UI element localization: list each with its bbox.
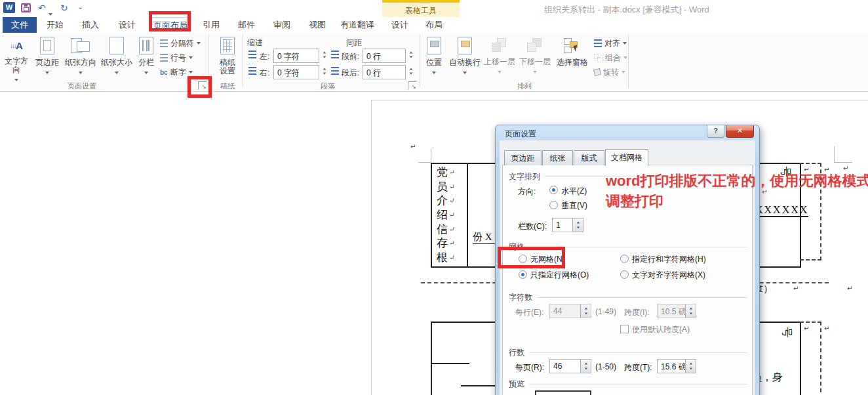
- breaks-button[interactable]: 分隔符: [160, 37, 201, 50]
- ribbon: ↓↓↓ A 文字方向 页边距 纸张方向 纸张大小 分栏 分隔符 行号: [0, 33, 868, 92]
- tab-insert[interactable]: 插入: [75, 17, 106, 33]
- indent-left-icon: [248, 51, 256, 58]
- line-pitch-spinbox[interactable]: 15.6 磅: [657, 359, 696, 373]
- radio-horizontal-label[interactable]: 水平(Z): [561, 186, 587, 197]
- dialog-title: 页面设置: [505, 129, 536, 140]
- spacing-after-input[interactable]: 0 行: [363, 65, 406, 79]
- align-button[interactable]: 对齐: [594, 37, 627, 50]
- tab-table-design[interactable]: 设计: [385, 17, 414, 33]
- indent-left-input[interactable]: 0 字符: [273, 49, 319, 63]
- text-direction-button[interactable]: ↓↓↓ A 文字方向: [1, 35, 31, 83]
- paper-size-button[interactable]: 纸张大小: [100, 35, 134, 76]
- redo-icon[interactable]: ↻: [60, 3, 68, 13]
- lines-range-label: (1-50): [595, 362, 616, 371]
- orientation-button[interactable]: 纸张方向: [63, 35, 98, 76]
- tab-page-layout[interactable]: 页面布局: [151, 17, 189, 33]
- qat-customize-icon[interactable]: ⌄: [77, 3, 83, 11]
- radio-no-grid-label[interactable]: 无网格(N): [530, 254, 565, 265]
- margin-mark: [431, 148, 431, 163]
- genko-settings-button[interactable]: 稿纸 设置: [214, 35, 241, 75]
- tab-review[interactable]: 审阅: [266, 17, 298, 33]
- spacing-before-input[interactable]: 0 行: [363, 49, 406, 63]
- word-window: ↵ ↵ 党↵ 员↵ 介↵ 绍↵ 信↵ 存↵ 根↵ 份 X 号 ↵ XXXXXX …: [0, 0, 868, 395]
- position-button[interactable]: 位置: [421, 35, 447, 76]
- wrap-text-button[interactable]: 自动换行: [448, 35, 481, 76]
- dialog-tab-margins[interactable]: 页边距: [504, 150, 542, 165]
- spacing-before-icon: [331, 51, 339, 58]
- radio-vertical[interactable]: [549, 201, 558, 209]
- hyphenation-button[interactable]: bc 断字: [160, 66, 193, 79]
- group-label-genko: 稿纸: [214, 81, 241, 91]
- line-pitch-label: 跨度(T):: [624, 362, 652, 373]
- radio-line-grid-only[interactable]: [519, 270, 527, 279]
- use-default-pitch-label[interactable]: 使用默认跨度(A): [632, 324, 690, 335]
- word-app-icon[interactable]: W: [3, 2, 15, 13]
- paragraph-mark: ↵: [847, 285, 852, 292]
- wrap-text-icon: [458, 37, 472, 54]
- group-label-page-setup: 页面设置: [46, 81, 118, 91]
- undo-icon[interactable]: ↶: [38, 3, 46, 13]
- group-button: 组合: [594, 51, 627, 64]
- send-backward-icon: [527, 38, 543, 54]
- annotation-text-line2: 调整打印: [606, 192, 663, 211]
- direction-label: 方向:: [518, 186, 536, 198]
- spacing-after-spinner[interactable]: [408, 68, 414, 75]
- dialog-tab-layout[interactable]: 版式: [574, 150, 604, 165]
- blank-line: [431, 363, 469, 364]
- spacing-before-spinner[interactable]: [408, 51, 414, 58]
- dialog-close-button[interactable]: ✕: [726, 125, 754, 138]
- radio-no-grid[interactable]: [519, 255, 527, 263]
- paragraph-mark: ↵: [793, 285, 799, 292]
- line-numbers-button[interactable]: 行号: [160, 51, 193, 64]
- margins-icon: [40, 37, 54, 54]
- tab-references[interactable]: 引用: [195, 17, 227, 33]
- radio-line-char-grid-label[interactable]: 指定行和字符网格(H): [632, 254, 706, 265]
- use-default-pitch-checkbox[interactable]: [620, 325, 629, 333]
- radio-line-grid-only-label[interactable]: 只指定行网格(O): [530, 270, 589, 281]
- tab-youdao-translate[interactable]: 有道翻译: [336, 17, 379, 33]
- columns-count-label: 栏数(C):: [518, 221, 547, 232]
- tab-file[interactable]: 文件: [3, 17, 37, 33]
- paragraph-dialog-launcher[interactable]: ↘: [408, 81, 416, 90]
- tab-mailings[interactable]: 邮件: [231, 17, 262, 33]
- breaks-icon: [160, 39, 168, 47]
- indent-right-spinner[interactable]: [321, 68, 328, 75]
- radio-horizontal[interactable]: [549, 186, 558, 194]
- dialog-help-button[interactable]: ?: [707, 125, 724, 138]
- radio-line-char-grid[interactable]: [620, 255, 629, 263]
- group-label-arrange: 排列: [505, 81, 544, 91]
- stub-title-vertical: 党↵ 员↵ 介↵ 绍↵ 信↵ 存↵ 根↵: [437, 165, 454, 264]
- tab-view[interactable]: 视图: [302, 17, 333, 33]
- page-setup-dialog-launcher[interactable]: ↘: [198, 81, 207, 90]
- indent-right-input[interactable]: 0 字符: [273, 65, 319, 79]
- columns-button[interactable]: 分栏: [134, 35, 159, 76]
- dialog-tab-document-grid[interactable]: 文档网格: [605, 149, 648, 166]
- char-pitch-spinbox: 10.5 磅: [657, 304, 696, 318]
- genko-settings-icon: [220, 37, 235, 54]
- chars-per-line-spinbox: 44: [549, 304, 591, 318]
- selection-pane-button[interactable]: 选择窗格: [553, 35, 591, 67]
- columns-count-spinbox[interactable]: 1: [552, 218, 583, 232]
- line-numbers-icon: [160, 54, 168, 62]
- align-icon: [594, 39, 602, 47]
- indent-left-spinner[interactable]: [321, 51, 328, 58]
- tab-table-layout[interactable]: 布局: [420, 17, 448, 33]
- table-border: [467, 163, 468, 268]
- radio-char-align-grid-label[interactable]: 文字对齐字符网格(X): [632, 270, 705, 281]
- annotation-text-line1: word打印排版不正常的，使用无网格模式: [606, 171, 868, 191]
- position-icon: [427, 37, 441, 54]
- table-tools-header: 表格工具: [382, 5, 460, 16]
- tab-design[interactable]: 设计: [111, 17, 143, 33]
- paper-size-icon: [109, 37, 124, 54]
- dialog-tab-paper[interactable]: 纸张: [542, 150, 573, 165]
- lines-per-page-spinbox[interactable]: 46: [549, 359, 591, 373]
- radio-vertical-label[interactable]: 垂直(V): [561, 200, 587, 211]
- radio-char-align-grid[interactable]: [620, 270, 629, 279]
- tab-home[interactable]: 开始: [39, 17, 71, 33]
- window-title: 组织关系转出 - 副本.docx [兼容模式] - Word: [544, 4, 709, 16]
- rotate-icon: [593, 68, 601, 76]
- margins-button[interactable]: 页边距: [33, 35, 62, 76]
- indent-right-icon: [248, 67, 256, 75]
- save-icon[interactable]: [21, 3, 31, 12]
- spacing-after-label: 段后:: [342, 68, 359, 79]
